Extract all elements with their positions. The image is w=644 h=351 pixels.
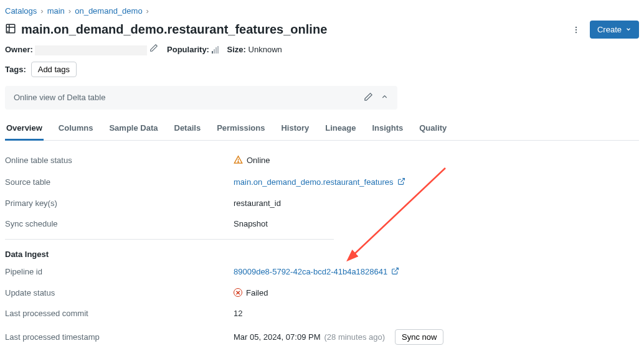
last-commit-label: Last processed commit	[5, 309, 234, 318]
edit-owner-button[interactable]	[149, 45, 158, 54]
sync-schedule-label: Sync schedule	[5, 219, 234, 228]
update-status-label: Update status	[5, 288, 234, 297]
tags-row: Tags: Add tags	[5, 62, 639, 77]
svg-point-8	[238, 161, 239, 162]
tab-quality[interactable]: Quality	[418, 118, 448, 140]
popularity-icon	[212, 46, 219, 54]
primary-key-label: Primary key(s)	[5, 199, 234, 208]
owner-value	[35, 45, 147, 55]
size-value: Unknown	[249, 45, 282, 54]
online-status-label: Online table status	[5, 156, 234, 165]
chevron-right-icon: ›	[146, 6, 149, 16]
pipeline-id-link[interactable]: 89009de8-5792-42ca-bcd2-41b4a1828641	[234, 267, 387, 276]
description-text: Online view of Delta table	[14, 93, 105, 102]
edit-description-button[interactable]	[364, 92, 373, 103]
meta-row: Owner: Popularity: Size: Unknown	[5, 44, 639, 55]
tab-columns[interactable]: Columns	[57, 118, 95, 140]
title-row: main.on_demand_demo.restaurant_features_…	[5, 21, 639, 39]
primary-key-value: restaurant_id	[234, 199, 281, 208]
divider	[5, 239, 334, 240]
sync-schedule-value: Snapshot	[234, 219, 268, 228]
svg-line-10	[395, 268, 399, 271]
tab-permissions[interactable]: Permissions	[215, 118, 266, 140]
online-table-icon	[5, 23, 16, 36]
size-label: Size:	[227, 45, 246, 54]
tags-label: Tags:	[5, 65, 26, 74]
owner-label: Owner:	[5, 45, 33, 54]
pipeline-id-label: Pipeline id	[5, 267, 234, 276]
breadcrumb: Catalogs › main › on_demand_demo ›	[5, 5, 639, 19]
external-link-icon[interactable]	[391, 267, 399, 277]
svg-point-6	[575, 31, 577, 32]
breadcrumb-main[interactable]: main	[47, 6, 65, 16]
more-menu-button[interactable]	[569, 22, 584, 37]
add-tags-button[interactable]: Add tags	[31, 62, 77, 77]
warning-icon	[234, 155, 243, 166]
breadcrumb-on-demand-demo[interactable]: on_demand_demo	[75, 6, 142, 16]
error-icon: ✕	[234, 288, 242, 297]
tabs: Overview Columns Sample Data Details Per…	[5, 118, 639, 141]
data-ingest-heading: Data Ingest	[5, 243, 639, 261]
last-commit-value: 12	[234, 309, 242, 318]
svg-point-3	[7, 30, 8, 32]
tab-sample-data[interactable]: Sample Data	[108, 118, 159, 140]
last-timestamp-label: Last processed timestamp	[5, 332, 234, 342]
chevron-right-icon: ›	[69, 6, 71, 16]
svg-point-4	[575, 26, 577, 27]
last-timestamp-relative: (28 minutes ago)	[324, 332, 385, 342]
sync-now-button[interactable]: Sync now	[395, 329, 443, 345]
collapse-button[interactable]	[381, 93, 389, 103]
breadcrumb-catalogs[interactable]: Catalogs	[5, 6, 37, 16]
tab-history[interactable]: History	[280, 118, 310, 140]
tab-lineage[interactable]: Lineage	[324, 118, 357, 140]
svg-point-5	[575, 29, 577, 30]
popularity-label: Popularity:	[167, 45, 209, 54]
svg-line-9	[400, 178, 404, 182]
chevron-down-icon	[625, 25, 632, 34]
description-box: Online view of Delta table	[5, 86, 397, 110]
page-title: main.on_demand_demo.restaurant_features_…	[21, 22, 327, 37]
source-table-link[interactable]: main.on_demand_demo.restaurant_features	[234, 177, 394, 187]
online-status-value: Online	[247, 156, 270, 165]
update-status-value: Failed	[246, 288, 268, 297]
external-link-icon[interactable]	[397, 177, 405, 187]
tab-overview[interactable]: Overview	[5, 118, 44, 141]
tab-details[interactable]: Details	[173, 118, 202, 140]
source-table-label: Source table	[5, 177, 234, 187]
last-timestamp-value: Mar 05, 2024, 07:09 PM	[234, 332, 320, 342]
tab-insights[interactable]: Insights	[371, 118, 404, 140]
chevron-right-icon: ›	[40, 6, 43, 16]
overview-section: Online table status Online Source table …	[5, 141, 639, 350]
create-button[interactable]: Create	[590, 21, 639, 39]
create-button-label: Create	[597, 25, 622, 34]
